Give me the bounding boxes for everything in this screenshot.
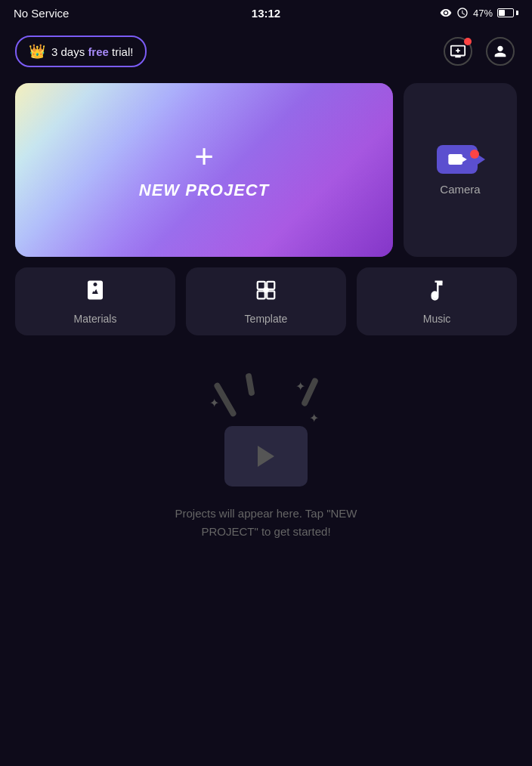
template-label: Template — [245, 313, 288, 325]
svg-rect-4 — [258, 291, 265, 298]
svg-rect-2 — [258, 281, 265, 289]
template-icon — [255, 279, 277, 307]
trial-text: 3 days free trial! — [51, 45, 133, 58]
svg-rect-3 — [267, 281, 274, 289]
notification-dot — [464, 38, 472, 45]
header: 👑 3 days free trial! — [0, 26, 532, 83]
music-label: Music — [423, 313, 451, 325]
empty-state-text: Projects will appear here. Tap "NEW PROJ… — [145, 505, 387, 541]
music-icon — [425, 279, 448, 307]
alarm-icon — [456, 7, 469, 19]
empty-illustration: ✦ ✦ ✦ — [206, 373, 326, 486]
play-icon — [258, 446, 274, 467]
camera-icon — [437, 145, 478, 174]
music-button[interactable]: Music — [357, 267, 517, 335]
trial-badge[interactable]: 👑 3 days free trial! — [15, 36, 147, 67]
profile-button[interactable] — [484, 35, 517, 68]
status-right: 47% — [440, 7, 518, 19]
svg-rect-5 — [267, 291, 274, 298]
svg-rect-0 — [448, 154, 462, 165]
video-placeholder — [224, 426, 308, 486]
trial-free-word: free — [88, 45, 109, 58]
eye-icon — [440, 7, 452, 19]
materials-icon — [84, 279, 107, 307]
top-row: + NEW PROJECT Camera — [15, 83, 517, 257]
new-project-label: NEW PROJECT — [139, 181, 269, 200]
main-content: + NEW PROJECT Camera — [0, 83, 532, 556]
time-text: 13:12 — [252, 7, 280, 20]
bottom-row: Materials Template — [15, 267, 517, 335]
materials-button[interactable]: Materials — [15, 267, 175, 335]
battery-icon — [497, 8, 518, 17]
crown-icon: 👑 — [29, 43, 45, 60]
materials-label: Materials — [74, 313, 117, 325]
new-project-button[interactable]: + NEW PROJECT — [15, 83, 393, 257]
svg-point-6 — [263, 287, 269, 293]
empty-state: ✦ ✦ ✦ Projects will appear here. Tap "NE… — [15, 358, 517, 556]
carrier-text: No Service — [14, 7, 69, 20]
header-icons — [441, 35, 517, 68]
tv-icon — [450, 43, 466, 60]
user-icon — [492, 43, 509, 60]
sparkle-3 — [245, 373, 255, 397]
notifications-button[interactable] — [441, 35, 475, 68]
status-bar: No Service 13:12 47% — [0, 0, 532, 26]
star-2: ✦ — [295, 379, 305, 394]
template-button[interactable]: Template — [186, 267, 346, 335]
svg-marker-1 — [462, 156, 467, 162]
camera-button[interactable]: Camera — [404, 83, 517, 257]
camera-label: Camera — [440, 183, 480, 196]
star-1: ✦ — [209, 396, 219, 410]
battery-percent: 47% — [473, 8, 493, 19]
star-3: ✦ — [309, 411, 319, 425]
plus-icon: + — [194, 140, 214, 173]
